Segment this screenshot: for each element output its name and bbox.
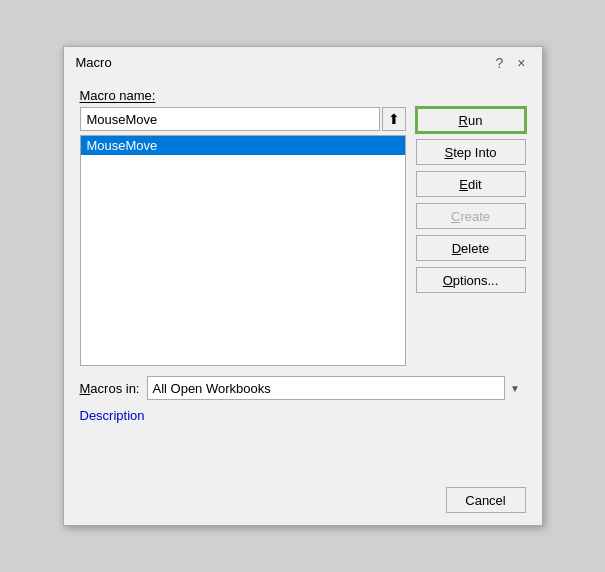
description-text <box>80 427 526 467</box>
macro-dialog: Macro ? × Macro name: ⬆ MouseMove <box>63 46 543 526</box>
macros-in-row: Macros in: All Open Workbooks This Workb… <box>80 376 526 400</box>
description-label: Description <box>80 408 526 423</box>
options-button[interactable]: Options... <box>416 267 526 293</box>
input-row: ⬆ <box>80 107 406 131</box>
dialog-body: Macro name: ⬆ MouseMove Run Step Into <box>64 76 542 479</box>
left-panel: ⬆ MouseMove <box>80 107 406 366</box>
content-row: ⬆ MouseMove Run Step Into Edit Create <box>80 107 526 366</box>
macros-in-select[interactable]: All Open Workbooks This Workbook <box>147 376 525 400</box>
dialog-title: Macro <box>76 55 112 70</box>
edit-button[interactable]: Edit <box>416 171 526 197</box>
close-button[interactable]: × <box>513 56 529 70</box>
title-bar-controls: ? × <box>492 56 530 70</box>
create-button[interactable]: Create <box>416 203 526 229</box>
macro-name-label: Macro name: <box>80 88 526 103</box>
title-bar: Macro ? × <box>64 47 542 76</box>
macros-in-label: Macros in: <box>80 381 140 396</box>
list-item[interactable]: MouseMove <box>81 136 405 155</box>
step-into-button[interactable]: Step Into <box>416 139 526 165</box>
right-panel: Run Step Into Edit Create Delete Options… <box>416 107 526 366</box>
cancel-button[interactable]: Cancel <box>446 487 526 513</box>
macros-in-wrapper: All Open Workbooks This Workbook ▼ <box>147 376 525 400</box>
macro-name-input[interactable] <box>80 107 380 131</box>
help-button[interactable]: ? <box>492 56 508 70</box>
upload-button[interactable]: ⬆ <box>382 107 406 131</box>
delete-button[interactable]: Delete <box>416 235 526 261</box>
macro-list[interactable]: MouseMove <box>80 135 406 366</box>
footer: Cancel <box>64 479 542 525</box>
run-button[interactable]: Run <box>416 107 526 133</box>
bottom-section: Macros in: All Open Workbooks This Workb… <box>80 376 526 467</box>
macro-name-label-text: Macro name: <box>80 88 156 103</box>
